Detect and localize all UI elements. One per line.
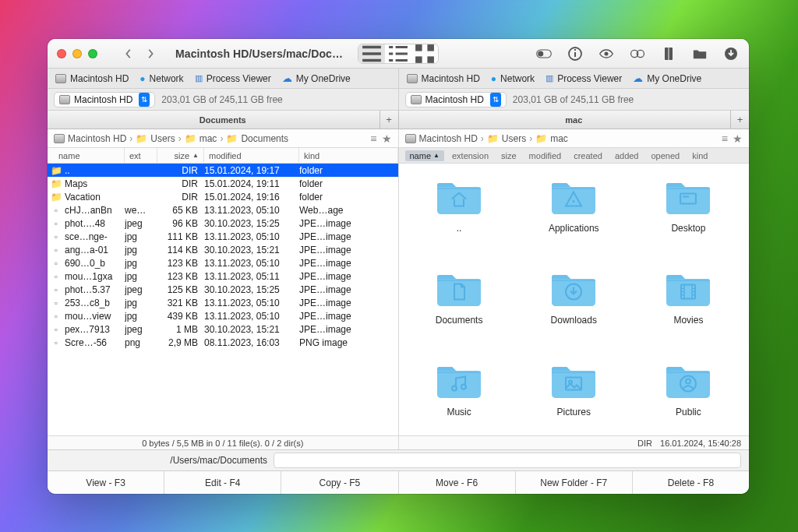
favorite-item[interactable]: ▥Process Viewer xyxy=(195,73,271,84)
table-row[interactable]: ▫pex…7913jpeg1 MB30.10.2023, 15:21JPE…im… xyxy=(48,322,398,336)
tab-left[interactable]: Documents + xyxy=(48,111,399,129)
cell-kind: JPE…image xyxy=(299,311,398,322)
command-button[interactable]: Move - F6 xyxy=(399,471,516,494)
list-mode-icon[interactable]: ≡ xyxy=(722,132,728,145)
minimize-button[interactable] xyxy=(72,49,82,58)
table-row[interactable]: 📁..DIR15.01.2024, 19:17folder xyxy=(48,164,398,177)
path-input[interactable] xyxy=(274,453,741,468)
favorite-item[interactable]: ☁My OneDrive xyxy=(633,72,701,84)
table-row[interactable]: ▫sce…nge-jpg111 KB13.11.2023, 05:10JPE…i… xyxy=(48,230,398,243)
back-button[interactable] xyxy=(118,44,139,63)
favorite-item[interactable]: Macintosh HD xyxy=(55,73,129,84)
quicklook-icon[interactable] xyxy=(598,45,615,62)
cell-kind: JPE…image xyxy=(299,231,398,242)
table-row[interactable]: ▫690…0_bjpg123 KB13.11.2023, 05:10JPE…im… xyxy=(48,256,398,270)
breadcrumb-item[interactable]: 📁mac xyxy=(185,133,217,144)
pictures-badge-icon xyxy=(563,374,584,396)
grid-item[interactable]: Applications xyxy=(520,178,628,263)
command-button[interactable]: View - F3 xyxy=(48,471,164,494)
icon-header: name▲extensionsizemodifiedcreatedaddedop… xyxy=(399,148,750,164)
drive-name: Macintosh HD xyxy=(74,94,132,105)
col-extension[interactable]: extension xyxy=(447,151,493,160)
command-button[interactable]: New Folder - F7 xyxy=(516,471,633,494)
favorite-item[interactable]: ☁My OneDrive xyxy=(282,72,351,84)
grid-item[interactable]: Public xyxy=(634,361,743,435)
grid-label: .. xyxy=(457,223,462,234)
col-opened[interactable]: opened xyxy=(646,151,684,160)
drive-selector-left[interactable]: Macintosh HD ⇅ xyxy=(54,92,155,107)
favorite-item[interactable]: ▥Process Viewer xyxy=(546,73,622,84)
command-button[interactable]: Copy - F5 xyxy=(281,471,398,494)
svg-rect-7 xyxy=(574,52,576,57)
table-row[interactable]: ▫phot…5.37jpeg125 KB30.10.2023, 15:25JPE… xyxy=(48,283,398,296)
list-mode-icon[interactable]: ≡ xyxy=(370,132,376,145)
col-ext[interactable]: ext xyxy=(125,148,157,163)
grid-item[interactable]: Downloads xyxy=(520,270,628,355)
grid-item[interactable]: Desktop xyxy=(634,178,743,263)
favorite-label: Network xyxy=(500,73,535,84)
breadcrumb-item[interactable]: 📁mac xyxy=(535,133,568,144)
grid-item[interactable]: Documents xyxy=(405,270,514,355)
breadcrumb-item[interactable]: 📁Users xyxy=(136,133,175,144)
grid-item[interactable]: Music xyxy=(405,361,514,435)
table-row[interactable]: ▫Scre…-56png2,9 MB08.11.2023, 16:03PNG i… xyxy=(48,336,398,349)
breadcrumb-item[interactable]: Macintosh HD xyxy=(405,133,478,144)
nav-arrows xyxy=(118,44,161,63)
col-modified[interactable]: modified xyxy=(524,151,567,160)
folder-icon[interactable] xyxy=(691,45,708,62)
new-tab-right-button[interactable]: + xyxy=(730,111,749,129)
grid-item[interactable]: Pictures xyxy=(520,361,628,435)
table-row[interactable]: ▫ang…a-01jpg114 KB30.10.2023, 15:21JPE…i… xyxy=(48,243,398,256)
command-bar: View - F3Edit - F4Copy - F5Move - F6New … xyxy=(48,470,749,494)
col-created[interactable]: created xyxy=(569,151,607,160)
favorite-star-icon[interactable]: ★ xyxy=(382,132,392,145)
tab-label: mac xyxy=(565,115,582,125)
close-button[interactable] xyxy=(57,49,66,58)
file-icon: ▫ xyxy=(48,258,65,269)
cell-size: 1 MB xyxy=(157,324,204,335)
command-button[interactable]: Edit - F4 xyxy=(164,471,281,494)
cell-modified: 13.11.2023, 05:10 xyxy=(204,311,299,322)
airdrop-icon[interactable] xyxy=(629,45,646,62)
col-modified[interactable]: modified xyxy=(204,148,299,163)
view-grid-button[interactable] xyxy=(411,44,438,63)
zoom-button[interactable] xyxy=(88,49,97,58)
col-name[interactable]: name▲ xyxy=(405,150,444,161)
breadcrumb-item[interactable]: Macintosh HD xyxy=(54,133,126,144)
col-size[interactable]: size▲ xyxy=(157,148,204,163)
table-row[interactable]: 📁VacationDIR15.01.2024, 19:16folder xyxy=(48,190,398,203)
col-name[interactable]: name xyxy=(48,148,125,163)
favorite-item[interactable]: Macintosh HD xyxy=(407,73,480,84)
breadcrumb-item[interactable]: 📁Users xyxy=(487,133,526,144)
new-tab-left-button[interactable]: + xyxy=(380,111,398,129)
col-size[interactable]: size xyxy=(496,151,521,160)
forward-button[interactable] xyxy=(139,44,161,63)
public-badge-icon xyxy=(678,374,698,396)
table-row[interactable]: ▫cHJ…anBnwe…65 KB13.11.2023, 05:10Web…ag… xyxy=(48,203,398,217)
info-icon[interactable] xyxy=(567,45,584,62)
view-list-button[interactable] xyxy=(358,44,385,63)
compress-icon[interactable] xyxy=(660,45,677,62)
favorite-item[interactable]: ●Network xyxy=(491,73,535,84)
download-icon[interactable] xyxy=(722,45,740,62)
favorite-item[interactable]: ●Network xyxy=(139,73,183,84)
table-row[interactable]: ▫253…c8_bjpg321 KB13.11.2023, 05:10JPE…i… xyxy=(48,296,398,309)
breadcrumb-item[interactable]: 📁Documents xyxy=(226,133,288,144)
cell-name: phot…5.37 xyxy=(65,284,125,295)
toggle-switch-icon[interactable] xyxy=(535,45,553,62)
drive-selector-right[interactable]: Macintosh HD ⇅ xyxy=(405,92,507,107)
col-kind[interactable]: kind xyxy=(687,151,712,160)
tab-right[interactable]: mac + xyxy=(399,111,750,129)
grid-item[interactable]: .. xyxy=(405,178,514,263)
table-row[interactable]: 📁MapsDIR15.01.2024, 19:11folder xyxy=(48,177,398,190)
command-button[interactable]: Delete - F8 xyxy=(633,471,749,494)
view-columns-button[interactable] xyxy=(385,44,411,63)
free-space-left: 203,01 GB of 245,11 GB free xyxy=(161,94,282,105)
table-row[interactable]: ▫phot….48jpeg96 KB30.10.2023, 15:25JPE…i… xyxy=(48,217,398,230)
table-row[interactable]: ▫mou…viewjpg439 KB13.11.2023, 05:10JPE…i… xyxy=(48,309,398,322)
table-row[interactable]: ▫mou…1gxajpg123 KB13.11.2023, 05:11JPE…i… xyxy=(48,270,398,283)
col-added[interactable]: added xyxy=(610,151,644,160)
favorite-star-icon[interactable]: ★ xyxy=(733,132,743,145)
grid-item[interactable]: Movies xyxy=(634,270,743,355)
col-kind[interactable]: kind xyxy=(299,148,398,163)
